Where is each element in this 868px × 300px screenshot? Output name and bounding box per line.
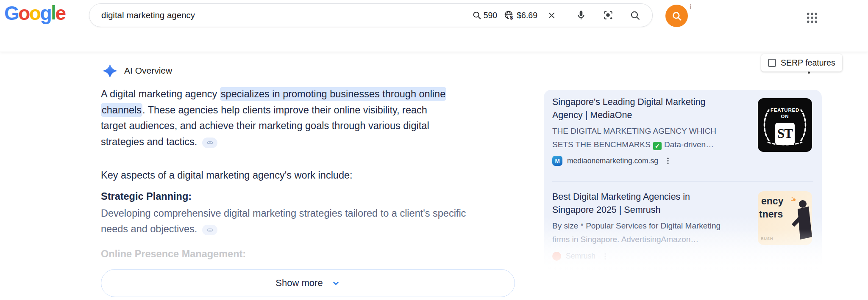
ai-overview-sources-panel: Singapore's Leading Digital Marketing Ag… (544, 90, 822, 270)
thumb-watermark: RUSH (761, 237, 773, 241)
section-body-text: needs and objectives. (101, 221, 217, 237)
ai-overview-paragraph: A digital marketing agency specializes i… (101, 86, 446, 150)
kwe-cpc: $ $6.69 (504, 10, 537, 21)
result-title-line: Best Digital Marketing Agencies in (552, 190, 756, 204)
result-desc-text: SETS THE BENCHMARKS (552, 140, 651, 149)
link-icon (207, 227, 213, 233)
globe-dollar-icon: $ (504, 10, 515, 21)
ai-sparkle-icon (102, 63, 118, 79)
results-divider (552, 181, 813, 182)
serp-features-chip: SERP features (761, 54, 842, 72)
section-body-text: needs and objectives. (101, 223, 197, 234)
result-title-semrush[interactable]: Best Digital Marketing Agencies in Singa… (552, 190, 756, 217)
apps-grid-icon (805, 11, 819, 25)
result-description-mediaone: THE DIGITAL MARKETING AGENCY WHICH SETS … (552, 124, 756, 151)
logo-letter: o (18, 2, 29, 25)
result-domain: mediaonemarketing.com.sg (567, 157, 658, 165)
result-desc-line: SETS THE BENCHMARKS✓Data-driven… (552, 138, 756, 151)
result-desc-line: firms in Singapore. AdvertisingAmazon… (552, 233, 756, 246)
check-badge-icon: ✓ (653, 142, 662, 150)
result-desc-text: Data-driven… (664, 140, 714, 149)
section-body-text: Developing comprehensive digital marketi… (101, 206, 466, 222)
kwe-info-superscript[interactable]: i (690, 3, 691, 10)
logo-letter: G (4, 2, 18, 25)
result-title-line: Singapore 2025 | Semrush (552, 204, 756, 217)
search-bar-divider (566, 9, 566, 22)
result-desc-line: By size * Popular Services for Digital M… (552, 219, 756, 233)
show-more-button[interactable]: Show more (101, 269, 515, 297)
search-bar-controls: 590 $ $6.69 (472, 4, 640, 27)
lens-search-button[interactable] (603, 10, 614, 21)
paragraph-text: strategies and tactics. (101, 136, 197, 147)
paragraph-text: A digital marketing agency (101, 88, 220, 99)
result-title-line: Singapore's Leading Digital Marketing (552, 96, 756, 109)
show-more-label: Show more (275, 278, 323, 289)
link-icon (207, 140, 213, 146)
logo-letter: e (55, 2, 65, 25)
section-title-strategic-planning: Strategic Planning: (101, 189, 192, 205)
result-menu-button[interactable] (663, 157, 673, 165)
highlighted-text: channels (101, 103, 142, 117)
search-volume-icon (472, 11, 481, 20)
search-header: Google 590 (0, 0, 868, 52)
key-aspects-line: Key aspects of a digital marketing agenc… (101, 168, 353, 184)
kwe-search-volume: 590 (472, 11, 498, 20)
result-source-semrush[interactable]: Semrush (552, 252, 610, 261)
search-icon-white (671, 11, 682, 22)
result-desc-line: THE DIGITAL MARKETING AGENCY WHICH (552, 124, 756, 138)
microphone-icon (576, 10, 587, 21)
clear-search-button[interactable] (547, 11, 556, 20)
svg-text:$: $ (510, 14, 513, 20)
serp-features-label: SERP features (781, 58, 835, 68)
serp-features-checkbox[interactable] (768, 59, 776, 67)
chevron-down-icon (331, 279, 340, 288)
logo-letter: o (29, 2, 40, 25)
google-serp-page: Google 590 (0, 0, 868, 300)
search-input[interactable] (101, 4, 449, 27)
result-menu-button[interactable] (600, 252, 610, 261)
logo-letter: l (51, 1, 55, 24)
citation-link-button[interactable] (202, 138, 217, 148)
search-icon (630, 10, 640, 21)
kwe-cpc-value: $6.69 (517, 11, 537, 20)
person-illustration (790, 195, 812, 245)
more-vert-icon (664, 157, 672, 165)
serp-chip-anchor-dot (808, 72, 810, 74)
thumb-text: tners (759, 209, 783, 220)
citation-link-button[interactable] (202, 225, 217, 235)
result-title-mediaone[interactable]: Singapore's Leading Digital Marketing Ag… (552, 96, 756, 122)
laurel-wreath-icon (758, 98, 812, 152)
google-apps-button[interactable] (805, 11, 819, 25)
kwe-volume-value: 590 (484, 11, 498, 20)
result-thumbnail-semrush[interactable]: ency tners RUSH (758, 191, 812, 245)
semrush-favicon (552, 252, 561, 261)
result-source-mediaone[interactable]: M mediaonemarketing.com.sg (552, 156, 673, 166)
search-submit-button[interactable] (630, 10, 640, 21)
result-title-line: Agency | MediaOne (552, 109, 756, 122)
more-vert-icon (601, 252, 609, 261)
thumb-text: ency (761, 195, 783, 207)
highlighted-text: specializes in promoting businesses thro… (220, 87, 446, 101)
section-title-online-presence: Online Presence Management: (101, 246, 246, 262)
paragraph-text: target audiences, and achieve their mark… (101, 118, 446, 134)
voice-search-button[interactable] (576, 10, 587, 21)
ai-overview-title: AI Overview (124, 66, 172, 76)
mediaone-favicon: M (552, 156, 562, 166)
close-icon (547, 11, 556, 20)
paragraph-text: . These agencies help clients improve th… (142, 105, 427, 116)
result-domain: Semrush (566, 252, 595, 261)
ai-overview-header: AI Overview (102, 62, 172, 79)
result-description-semrush: By size * Popular Services for Digital M… (552, 219, 756, 246)
search-box: 590 $ $6.69 (89, 3, 653, 27)
logo-letter: g (40, 2, 51, 25)
camera-lens-icon (603, 10, 614, 21)
keywords-everywhere-button[interactable] (665, 5, 688, 27)
result-thumbnail-mediaone[interactable]: FEATURED ON ST (758, 98, 812, 152)
google-logo[interactable]: Google (4, 2, 65, 25)
